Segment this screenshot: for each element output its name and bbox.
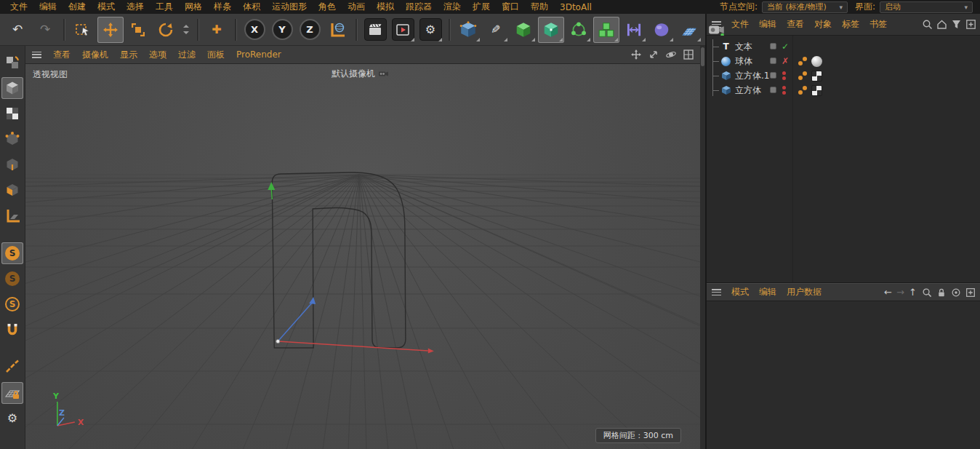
visibility-dots-icon[interactable] [770, 72, 776, 79]
am-menu-userdata[interactable]: 用户数据 [782, 285, 827, 300]
viewport-canvas[interactable]: Y Z X 透视视图 默认摄像机 [25, 64, 700, 449]
history-forward-button[interactable]: → [894, 287, 907, 298]
object-name[interactable]: 球体 [735, 55, 752, 68]
om-menu-view[interactable]: 查看 [782, 17, 809, 32]
parent-up-button[interactable]: ↑ [907, 287, 919, 298]
cloner-button[interactable] [566, 17, 592, 43]
om-add-button[interactable] [964, 18, 977, 31]
solo-single-button[interactable]: S [1, 268, 23, 290]
toggle-view-button[interactable] [681, 47, 696, 62]
polygons-mode-button[interactable] [1, 179, 23, 201]
menu-tools[interactable]: 工具 [150, 0, 179, 14]
visibility-dots-icon[interactable] [770, 57, 776, 64]
lock-workplane-button[interactable] [1, 382, 23, 404]
vp-menu-options[interactable]: 选项 [144, 47, 172, 63]
menu-3dtoall[interactable]: 3DtoAll [554, 1, 598, 13]
menu-help[interactable]: 帮助 [525, 0, 554, 14]
active-camera-label[interactable]: 默认摄像机 [332, 68, 388, 80]
lock-y-axis-button[interactable]: Y [269, 17, 295, 43]
visibility-off-dots-icon[interactable] [782, 71, 786, 80]
scrollbar-thumb[interactable] [701, 47, 704, 66]
texture-mode-button[interactable] [1, 103, 23, 124]
points-mode-button[interactable] [1, 128, 23, 150]
floor-button[interactable] [676, 17, 702, 43]
vp-menu-cameras[interactable]: 摄像机 [77, 47, 113, 63]
sphere-object-icon[interactable] [720, 56, 731, 67]
cube-object-icon[interactable] [720, 71, 731, 82]
om-menu-edit[interactable]: 编辑 [754, 17, 782, 32]
menu-spline[interactable]: 样条 [208, 0, 237, 14]
object-name[interactable]: 立方体.1 [735, 70, 769, 82]
make-editable-button[interactable] [1, 52, 23, 73]
coordinate-system-button[interactable] [324, 17, 350, 43]
orbit-view-button[interactable] [664, 47, 678, 62]
om-menu-file[interactable]: 文件 [726, 17, 754, 32]
model-mode-button[interactable] [1, 77, 23, 99]
render-to-picture-viewer-button[interactable] [390, 17, 416, 43]
volume-builder-button[interactable] [538, 17, 564, 43]
object-row-text[interactable]: T 文本 ✓ [707, 39, 980, 54]
phong-tag-icon[interactable] [798, 71, 808, 82]
lock-z-axis-button[interactable]: Z [297, 17, 323, 43]
phong-tag-icon[interactable] [798, 85, 808, 96]
text-spline-letter-n[interactable] [272, 172, 406, 348]
vp-menu-filter[interactable]: 过滤 [173, 47, 201, 63]
cube-object-icon[interactable] [720, 85, 731, 96]
viewport-scrollbar[interactable] [700, 46, 705, 449]
gizmo-origin-handle[interactable] [276, 339, 280, 343]
om-filter-button[interactable] [949, 18, 963, 31]
menu-mograph[interactable]: 运动图形 [266, 0, 313, 14]
menu-render[interactable]: 渲染 [438, 0, 467, 14]
move-tool-button[interactable] [97, 17, 124, 43]
menu-file[interactable]: 文件 [4, 0, 33, 14]
menu-create[interactable]: 创建 [63, 0, 92, 14]
snap-button[interactable] [1, 319, 23, 341]
solo-off-button[interactable]: S [1, 242, 23, 264]
edges-mode-button[interactable] [1, 154, 23, 175]
menu-extensions[interactable]: 扩展 [467, 0, 496, 14]
modeling-settings-button[interactable]: ⚙ [1, 408, 23, 429]
render-view-button[interactable] [362, 17, 388, 43]
menu-mesh[interactable]: 网格 [179, 0, 208, 14]
menu-volume[interactable]: 体积 [237, 0, 266, 14]
add-cube-primitive-button[interactable] [455, 17, 481, 43]
object-row-sphere[interactable]: 球体 ✗ [707, 54, 980, 68]
menu-window[interactable]: 窗口 [496, 0, 525, 14]
live-selection-button[interactable] [70, 17, 96, 43]
vp-menu-view[interactable]: 查看 [48, 47, 76, 63]
am-lock-button[interactable] [935, 286, 948, 299]
node-space-dropdown[interactable]: 当前 (标准/物理) ▾ [762, 1, 848, 13]
field-button[interactable] [648, 17, 675, 43]
am-menu-hamburger-icon[interactable] [712, 289, 721, 295]
solo-hierarchy-button[interactable]: S [1, 293, 23, 315]
menu-animate[interactable]: 动画 [342, 0, 371, 14]
array-button[interactable] [593, 17, 619, 43]
am-search-button[interactable] [920, 286, 933, 299]
workplane-mode-button[interactable] [1, 204, 23, 226]
object-name[interactable]: 立方体 [735, 84, 761, 97]
vp-menu-display[interactable]: 显示 [115, 47, 142, 63]
pan-view-button[interactable] [629, 47, 643, 62]
recent-tools-button[interactable] [180, 17, 192, 43]
interface-dropdown[interactable]: 启动 ▾ [880, 1, 973, 13]
subdivision-surface-button[interactable] [510, 17, 537, 43]
om-search-button[interactable] [920, 18, 933, 31]
visibility-dots-icon[interactable] [770, 87, 776, 93]
undo-button[interactable]: ↶ [4, 17, 31, 43]
edit-render-settings-button[interactable]: ⚙ [417, 17, 443, 43]
am-focus-button[interactable] [949, 286, 963, 299]
menu-character[interactable]: 角色 [313, 0, 342, 14]
deformer-button[interactable] [621, 17, 647, 43]
viewport-3d-scene[interactable]: Y Z X [25, 64, 700, 449]
om-menu-objects[interactable]: 对象 [809, 17, 837, 32]
redo-button[interactable]: ↷ [32, 17, 58, 43]
material-tag-icon[interactable] [811, 56, 822, 67]
om-path-button[interactable] [935, 18, 948, 31]
object-name[interactable]: 文本 [735, 41, 752, 53]
om-menu-bookmarks[interactable]: 书签 [864, 17, 892, 32]
viewport-menu-hamburger-icon[interactable] [32, 52, 41, 58]
visibility-dots-icon[interactable] [770, 43, 776, 49]
am-menu-edit[interactable]: 编辑 [754, 285, 782, 300]
menu-edit[interactable]: 编辑 [33, 0, 63, 14]
dolly-view-button[interactable] [646, 47, 661, 62]
